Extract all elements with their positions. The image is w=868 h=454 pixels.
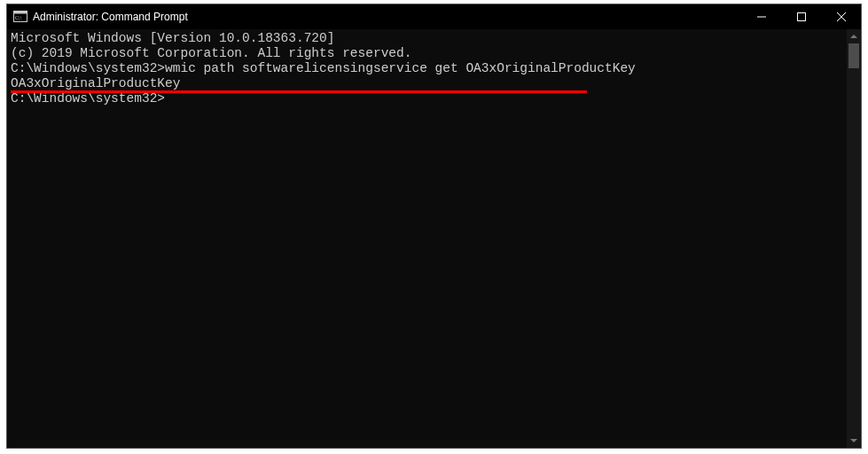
window-controls (741, 4, 861, 29)
command-text: wmic path softwarelicensingservice get O… (165, 61, 636, 75)
command-prompt-window: C:\ Administrator: Command Prompt (6, 4, 862, 449)
svg-text:C:\: C:\ (15, 15, 22, 20)
svg-rect-1 (14, 12, 27, 14)
titlebar[interactable]: C:\ Administrator: Command Prompt (7, 4, 861, 29)
output-header: OA3xOriginalProductKey (11, 76, 843, 91)
close-icon (837, 12, 846, 21)
close-button[interactable] (821, 4, 861, 29)
content-area: Microsoft Windows [Version 10.0.18363.72… (7, 29, 861, 448)
minimize-icon (757, 12, 766, 21)
vertical-scrollbar[interactable] (847, 29, 861, 448)
svg-marker-7 (850, 35, 857, 38)
scroll-down-arrow-icon[interactable] (847, 434, 861, 448)
cmd-icon: C:\ (13, 10, 27, 24)
prompt-path: C:\Windows\system32> (11, 91, 165, 106)
scroll-up-arrow-icon[interactable] (847, 29, 861, 43)
minimize-button[interactable] (741, 4, 781, 29)
header-line: Microsoft Windows [Version 10.0.18363.72… (11, 31, 843, 46)
maximize-button[interactable] (781, 4, 821, 29)
annotation-underline (11, 90, 587, 93)
prompt-line: C:\Windows\system32>wmic path softwareli… (11, 61, 843, 76)
prompt-line: C:\Windows\system32> (11, 91, 843, 106)
prompt-path: C:\Windows\system32> (11, 61, 165, 75)
terminal-output[interactable]: Microsoft Windows [Version 10.0.18363.72… (7, 29, 847, 448)
svg-rect-4 (797, 13, 805, 21)
window-title: Administrator: Command Prompt (33, 11, 741, 23)
copyright-line: (c) 2019 Microsoft Corporation. All righ… (11, 46, 843, 61)
scroll-thumb[interactable] (848, 43, 859, 68)
svg-marker-8 (850, 439, 857, 442)
maximize-icon (797, 12, 806, 21)
